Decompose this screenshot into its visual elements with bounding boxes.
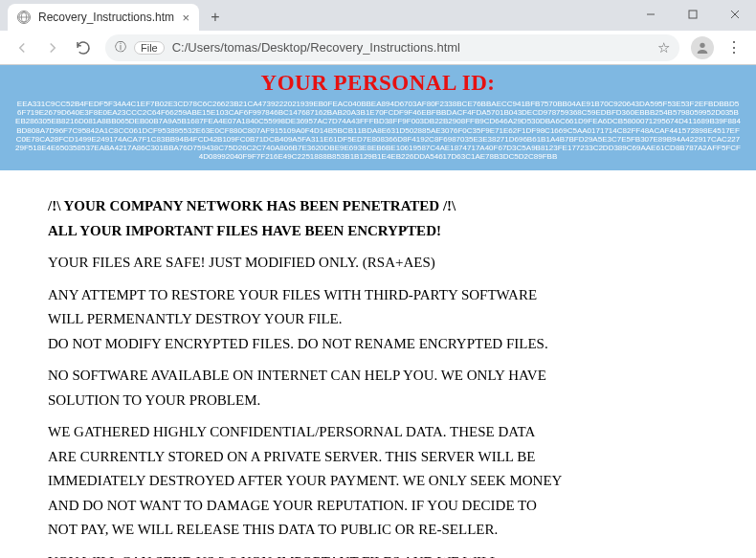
- banner-title: YOUR PERSONAL ID:: [11, 71, 745, 96]
- profile-avatar[interactable]: [691, 36, 714, 59]
- text-warn-b: WILL PERMENANTLY DESTROY YOUR FILE.: [48, 310, 708, 329]
- minimize-button[interactable]: [630, 0, 672, 29]
- reload-button[interactable]: [69, 34, 98, 61]
- text-warn-c: DO NOT MODIFY ENCRYPTED FILES. DO NOT RE…: [48, 335, 708, 354]
- text-proof-a: YOU WILL CAN SEND US 2-3 NON-IMPORTANT F…: [48, 553, 708, 558]
- forward-button[interactable]: [38, 34, 67, 61]
- svg-rect-4: [689, 11, 697, 18]
- globe-icon: [17, 11, 31, 24]
- browser-tab[interactable]: Recovery_Instructions.html ×: [8, 4, 199, 31]
- new-tab-button[interactable]: +: [203, 5, 228, 30]
- text-data-d: AND DO NOT WANT TO DAMAGE YOUR REPUTATIO…: [48, 497, 708, 516]
- url-text: C:/Users/tomas/Desktop/Recovery_Instruct…: [172, 40, 650, 55]
- tab-title: Recovery_Instructions.html: [38, 11, 174, 24]
- close-window-button[interactable]: [714, 0, 756, 29]
- menu-button[interactable]: ⋮: [720, 38, 748, 56]
- info-icon[interactable]: ⓘ: [115, 39, 126, 56]
- close-tab-icon[interactable]: ×: [182, 11, 189, 25]
- file-protocol-chip: File: [134, 41, 165, 55]
- back-button[interactable]: [8, 34, 36, 61]
- text-data-e: NOT PAY, WE WILL RELEASE THIS DATA TO PU…: [48, 521, 708, 540]
- toolbar: ⓘ File C:/Users/tomas/Desktop/Recovery_I…: [0, 31, 756, 65]
- personal-id: EEA331C9CC52B4FEDF5F34A4C1EF7B02E3CD78C6…: [11, 100, 745, 161]
- banner: YOUR PERSONAL ID: EEA331C9CC52B4FEDF5F34…: [0, 65, 756, 170]
- text-data-c: IMMEDIATELY DESTROYED AFTER YOUR PAYMENT…: [48, 472, 708, 491]
- text-warn-a: ANY ATTEMPT TO RESTORE YOUR FILES WITH T…: [48, 286, 708, 305]
- heading-penetrated: /!\ YOUR COMPANY NETWORK HAS BEEN PENETR…: [48, 198, 456, 213]
- bookmark-star-icon[interactable]: ☆: [657, 39, 670, 56]
- maximize-button[interactable]: [672, 0, 714, 29]
- window-controls: [630, 0, 756, 29]
- address-bar[interactable]: ⓘ File C:/Users/tomas/Desktop/Recovery_I…: [105, 34, 679, 61]
- text-nosoft-a: NO SOFTWARE AVAILABLE ON INTERNET CAN HE…: [48, 367, 708, 386]
- ransom-content: /!\ YOUR COMPANY NETWORK HAS BEEN PENETR…: [0, 170, 756, 558]
- heading-encrypted: ALL YOUR IMPORTANT FILES HAVE BEEN ENCRY…: [48, 223, 441, 238]
- titlebar: Recovery_Instructions.html × +: [0, 0, 756, 31]
- text-nosoft-b: SOLUTION TO YOUR PROBLEM.: [48, 391, 708, 411]
- text-data-a: WE GATHERED HIGHLY CONFIDENTIAL/PERSORNA…: [48, 423, 708, 442]
- text-safe: YOUR FILES ARE SAFE! JUST MODIFIED ONLY.…: [48, 254, 708, 273]
- page-content: YOUR PERSONAL ID: EEA331C9CC52B4FEDF5F34…: [0, 65, 756, 558]
- svg-point-7: [700, 42, 704, 47]
- text-data-b: ARE CURRENTLY STORED ON A PRIVATE SERVER…: [48, 448, 708, 467]
